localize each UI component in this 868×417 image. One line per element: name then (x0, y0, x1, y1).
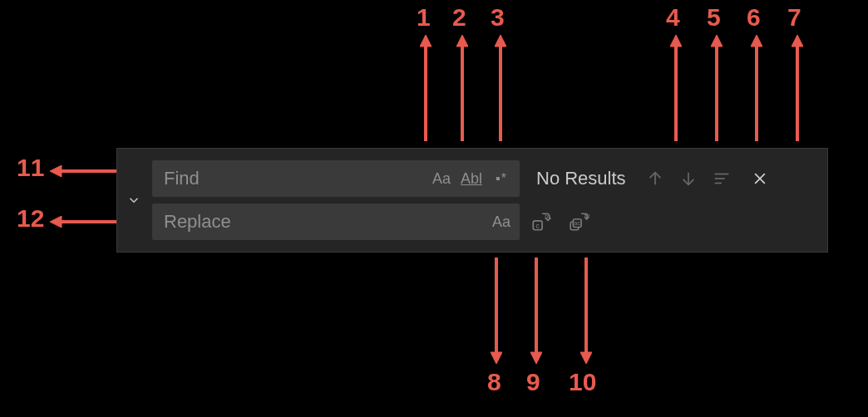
find-row: Aa Abl ▪* No Results (152, 160, 817, 197)
find-replace-panel: Aa Abl ▪* No Results (116, 148, 828, 253)
annotation-arrow (530, 258, 542, 364)
svg-marker-37 (50, 216, 62, 228)
annotation-number: 4 (666, 3, 680, 32)
find-input[interactable] (152, 160, 427, 197)
svg-marker-25 (751, 35, 762, 47)
svg-marker-33 (580, 352, 592, 364)
svg-marker-21 (670, 35, 682, 47)
next-match-button[interactable] (673, 163, 704, 194)
find-side-controls: No Results (528, 163, 776, 194)
regex-icon: ▪* (496, 171, 507, 186)
svg-text:ac: ac (575, 220, 581, 226)
replace-one-icon: c b (530, 211, 552, 233)
replace-one-button[interactable]: c b (525, 205, 558, 238)
close-button[interactable] (744, 163, 776, 194)
annotation-number: 10 (569, 368, 596, 396)
annotation-number: 8 (487, 368, 501, 396)
annotation-arrow (50, 165, 116, 177)
find-input-wrapper: Aa Abl ▪* (152, 160, 520, 197)
svg-marker-27 (792, 35, 803, 47)
arrow-up-icon (646, 169, 664, 188)
replace-all-icon: ac ab (569, 211, 590, 233)
match-case-button[interactable]: Aa (427, 164, 456, 194)
svg-marker-15 (420, 35, 432, 47)
previous-match-button[interactable] (639, 163, 671, 194)
annotation-number: 5 (707, 3, 721, 32)
arrow-down-icon (679, 169, 698, 188)
whole-word-button[interactable]: Abl (456, 164, 486, 194)
svg-marker-17 (456, 35, 468, 47)
svg-marker-23 (711, 35, 723, 47)
annotation-arrow (456, 35, 468, 141)
annotation-number: 2 (452, 3, 466, 32)
chevron-down-icon (126, 193, 141, 208)
match-case-icon: Aa (432, 170, 451, 188)
annotation-number: 9 (526, 368, 540, 396)
svg-marker-31 (530, 352, 542, 364)
preserve-case-button[interactable]: Aa (486, 207, 516, 237)
annotation-number: 3 (491, 3, 505, 32)
annotation-arrow (792, 35, 803, 141)
annotation-number: 11 (17, 154, 44, 182)
preserve-case-icon: Aa (492, 213, 510, 231)
replace-all-button[interactable]: ac ab (563, 205, 596, 238)
annotation-arrow (580, 258, 592, 364)
annotation-arrow (670, 35, 682, 141)
svg-marker-35 (50, 165, 62, 177)
results-status: No Results (536, 168, 626, 189)
svg-text:c: c (536, 222, 540, 230)
whole-word-icon: Abl (461, 170, 482, 188)
annotation-number: 12 (17, 204, 44, 233)
annotation-number: 6 (747, 3, 761, 32)
annotation-arrow (50, 216, 116, 228)
replace-input[interactable] (152, 204, 486, 240)
annotation-number: 7 (787, 3, 801, 32)
regex-button[interactable]: ▪* (486, 164, 516, 194)
annotation-arrow (711, 35, 723, 141)
annotation-number: 1 (417, 3, 431, 32)
annotation-arrow (491, 258, 502, 364)
replace-row: Aa c b ac ab (152, 204, 817, 240)
svg-marker-29 (491, 352, 502, 364)
find-in-selection-button[interactable] (706, 163, 737, 194)
selection-icon (713, 169, 731, 188)
svg-text:b: b (545, 213, 548, 220)
svg-text:ab: ab (584, 213, 590, 218)
svg-marker-19 (495, 35, 506, 47)
replace-input-wrapper: Aa (152, 204, 520, 240)
close-icon (752, 170, 768, 187)
annotation-arrow (751, 35, 762, 141)
annotation-arrow (495, 35, 506, 141)
annotation-arrow (420, 35, 432, 141)
toggle-replace-chevron[interactable] (122, 160, 145, 240)
